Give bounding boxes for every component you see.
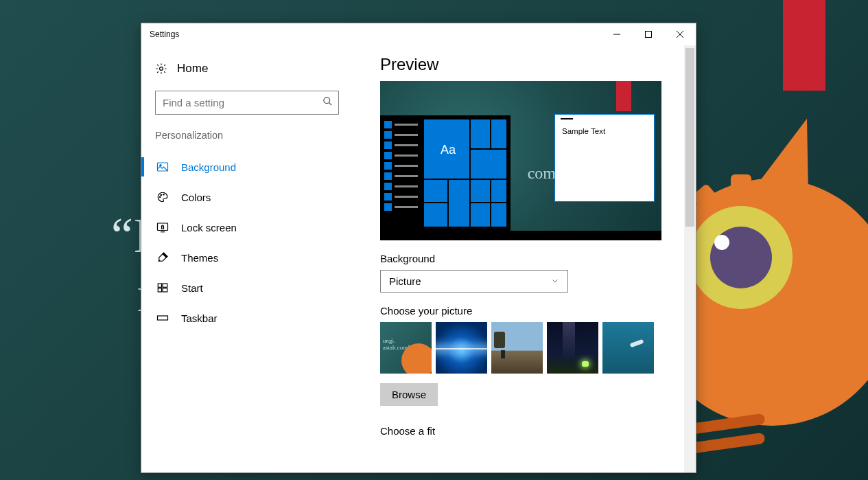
nav-taskbar[interactable]: Taskbar	[141, 303, 353, 333]
preview-tile-label: Aa	[441, 143, 456, 157]
search-input[interactable]	[161, 96, 322, 109]
svg-rect-19	[158, 316, 168, 320]
scrollbar[interactable]	[684, 45, 696, 472]
choose-picture-label: Choose your picture	[380, 305, 663, 317]
picture-thumbnails: ungi. astah.com”	[380, 322, 663, 374]
picture-thumb-4[interactable]	[547, 322, 598, 374]
minimize-icon	[613, 31, 620, 38]
nav-label: Lock screen	[181, 222, 237, 233]
svg-rect-17	[158, 288, 161, 292]
picture-icon	[156, 161, 169, 173]
nav-background[interactable]: Background	[141, 152, 353, 182]
choose-fit-label: Choose a fit	[380, 425, 663, 437]
maximize-icon	[645, 31, 652, 38]
background-dropdown[interactable]: Picture	[380, 270, 568, 293]
svg-rect-15	[158, 284, 161, 287]
svg-point-9	[160, 196, 161, 198]
palette-icon	[156, 191, 169, 203]
svg-point-10	[161, 194, 162, 196]
svg-point-11	[163, 194, 165, 196]
svg-rect-18	[163, 288, 167, 292]
picture-thumb-2[interactable]	[436, 322, 487, 374]
svg-rect-1	[646, 32, 652, 38]
nav-label: Colors	[181, 192, 211, 203]
search-box[interactable]	[155, 91, 339, 115]
svg-rect-13	[162, 227, 164, 229]
nav-label: Start	[181, 282, 203, 294]
nav-label: Taskbar	[181, 312, 218, 324]
svg-line-6	[329, 103, 331, 105]
start-icon	[156, 282, 169, 294]
wallpaper-red-ribbon	[783, 0, 825, 91]
taskbar-icon	[156, 312, 169, 324]
maximize-button[interactable]	[633, 24, 664, 45]
home-link[interactable]: Home	[141, 59, 353, 78]
svg-point-8	[160, 165, 161, 166]
search-icon	[322, 96, 333, 109]
gear-icon	[155, 62, 167, 75]
left-pane: Home Personalization Background Color	[141, 45, 353, 472]
nav-label: Background	[181, 161, 236, 173]
scrollbar-thumb[interactable]	[685, 48, 694, 227]
desktop-preview: “Ku m com” Aa	[380, 81, 661, 240]
lockscreen-icon	[156, 221, 169, 233]
nav-lockscreen[interactable]: Lock screen	[141, 212, 353, 242]
titlebar[interactable]: Settings	[141, 23, 696, 45]
browse-button[interactable]: Browse	[380, 383, 438, 406]
nav-label: Themes	[181, 252, 218, 264]
sample-window: Sample Text	[554, 114, 655, 202]
minimize-button[interactable]	[601, 24, 633, 45]
picture-thumb-3[interactable]	[491, 322, 543, 374]
dropdown-value: Picture	[389, 275, 421, 287]
chevron-down-icon	[551, 275, 559, 287]
settings-window: Settings Home	[141, 23, 696, 473]
section-label: Personalization	[141, 130, 353, 141]
nav-start[interactable]: Start	[141, 273, 353, 303]
themes-icon	[156, 251, 169, 264]
svg-point-5	[324, 98, 330, 104]
picture-thumb-1[interactable]: ungi. astah.com”	[380, 322, 432, 374]
close-icon	[677, 31, 683, 38]
nav-themes[interactable]: Themes	[141, 242, 353, 273]
background-label: Background	[380, 253, 663, 264]
home-label: Home	[177, 62, 208, 76]
preview-heading: Preview	[380, 55, 663, 74]
svg-rect-16	[163, 284, 167, 287]
sample-text: Sample Text	[562, 127, 647, 135]
close-button[interactable]	[664, 24, 696, 45]
window-title: Settings	[150, 30, 179, 39]
nav-colors[interactable]: Colors	[141, 182, 353, 212]
svg-point-4	[160, 67, 163, 71]
picture-thumb-5[interactable]	[602, 322, 654, 374]
right-pane: Preview “Ku m com”	[353, 45, 696, 472]
